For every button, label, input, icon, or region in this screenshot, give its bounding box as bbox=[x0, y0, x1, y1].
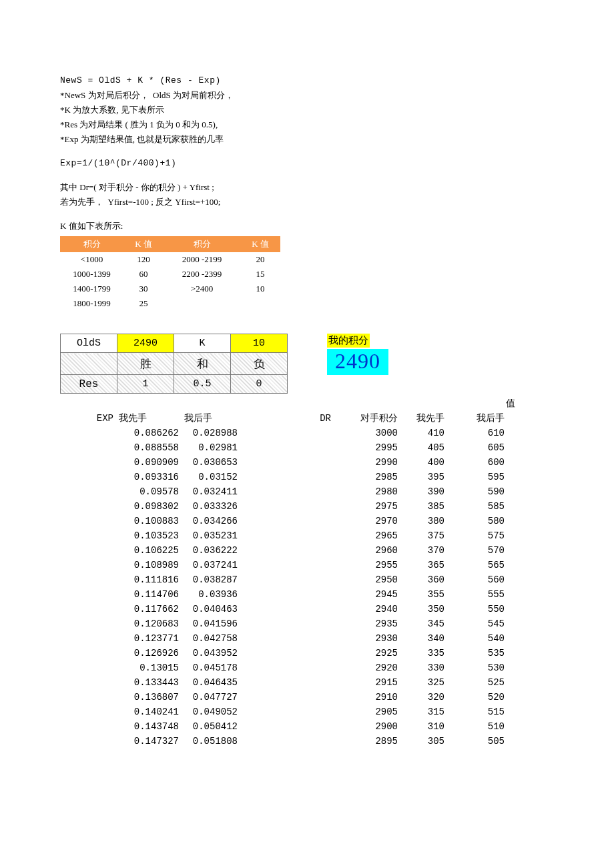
empty-cell bbox=[60, 558, 113, 572]
res-win: 1 bbox=[117, 375, 174, 394]
empty-cell bbox=[60, 719, 113, 734]
exp-first: 0.123771 bbox=[113, 631, 179, 646]
exp-first: 0.133443 bbox=[113, 675, 179, 690]
dfirst-header: 我先手 bbox=[398, 411, 444, 426]
empty-cell bbox=[60, 602, 113, 616]
exp-second: 0.047727 bbox=[179, 690, 238, 705]
k-table-title: K 值如下表所示: bbox=[60, 219, 614, 234]
dr-second: 560 bbox=[444, 572, 515, 587]
k-table-header: K 值 bbox=[123, 236, 164, 252]
dr-first: 325 bbox=[398, 675, 444, 690]
gap-cell bbox=[238, 572, 291, 587]
olds-value: 2490 bbox=[117, 334, 174, 353]
gap-cell bbox=[238, 470, 291, 484]
dr-cell bbox=[291, 675, 331, 690]
dr-first: 330 bbox=[398, 661, 444, 675]
k-table-cell: 120 bbox=[123, 252, 164, 267]
dr-first: 405 bbox=[398, 440, 444, 455]
exp-first: 0.111816 bbox=[113, 572, 179, 587]
opp-score: 2970 bbox=[331, 514, 398, 528]
exp-second: 0.046435 bbox=[179, 675, 238, 690]
dr-first: 365 bbox=[398, 558, 444, 572]
opp-score: 2920 bbox=[331, 661, 398, 675]
res-lose: 0 bbox=[231, 375, 288, 394]
exp-second: 0.049052 bbox=[179, 705, 238, 719]
dr-second: 590 bbox=[444, 484, 515, 499]
exp-first: 0.086262 bbox=[113, 426, 179, 440]
dr-first: 315 bbox=[398, 705, 444, 719]
dr-cell bbox=[291, 646, 331, 661]
empty-cell bbox=[60, 616, 113, 631]
exp-first: 0.126926 bbox=[113, 646, 179, 661]
gap-cell bbox=[238, 426, 291, 440]
data-table: 值 EXP 我先手 我后手 DR 对手积分 我先手 我后手 0.0862620.… bbox=[60, 396, 515, 749]
k-table-cell: 1000-1399 bbox=[60, 267, 123, 282]
exp-first: 0.143748 bbox=[113, 719, 179, 734]
desc-line: *NewS 为对局后积分， OldS 为对局前积分， bbox=[60, 88, 614, 103]
dr-second: 520 bbox=[444, 690, 515, 705]
k-table-cell: 15 bbox=[240, 267, 280, 282]
opp-score: 2955 bbox=[331, 558, 398, 572]
opp-score: 2975 bbox=[331, 499, 398, 514]
dr-first: 345 bbox=[398, 616, 444, 631]
val-header: 值 bbox=[444, 396, 515, 411]
dr-cell bbox=[291, 543, 331, 558]
dr-first: 320 bbox=[398, 690, 444, 705]
dr-cell bbox=[291, 558, 331, 572]
k-label: K bbox=[174, 334, 231, 353]
exp-first: 0.093316 bbox=[113, 470, 179, 484]
exp-second: 0.033326 bbox=[179, 499, 238, 514]
opp-score: 2980 bbox=[331, 484, 398, 499]
empty-cell bbox=[60, 499, 113, 514]
empty-cell bbox=[60, 587, 113, 602]
opp-score: 2950 bbox=[331, 572, 398, 587]
k-table-cell: 1400-1799 bbox=[60, 282, 123, 296]
empty-cell bbox=[60, 734, 113, 749]
gap-cell bbox=[238, 587, 291, 602]
opp-score: 2910 bbox=[331, 690, 398, 705]
empty-cell bbox=[60, 690, 113, 705]
exp-second: 0.051808 bbox=[179, 734, 238, 749]
dr-second: 570 bbox=[444, 543, 515, 558]
empty-cell bbox=[60, 661, 113, 675]
empty-cell bbox=[60, 543, 113, 558]
k-table-cell bbox=[164, 296, 240, 311]
gap-cell bbox=[238, 719, 291, 734]
k-table-cell: <1000 bbox=[60, 252, 123, 267]
k-table-cell: 20 bbox=[240, 252, 280, 267]
dr-second: 555 bbox=[444, 587, 515, 602]
dr-cell bbox=[291, 690, 331, 705]
col-lose: 负 bbox=[231, 353, 288, 375]
dr-cell bbox=[291, 631, 331, 646]
k-table-cell: 60 bbox=[123, 267, 164, 282]
opp-score: 2925 bbox=[331, 646, 398, 661]
exp-first: 0.108989 bbox=[113, 558, 179, 572]
desc-line: *K 为放大系数, 见下表所示 bbox=[60, 103, 614, 117]
gap-cell bbox=[238, 440, 291, 455]
my-score-label: 我的积分 bbox=[327, 334, 370, 348]
res-label: Res bbox=[61, 375, 117, 394]
empty-cell bbox=[60, 426, 113, 440]
k-table-cell: 10 bbox=[240, 282, 280, 296]
gap-cell bbox=[238, 455, 291, 470]
exp-first: 0.136807 bbox=[113, 690, 179, 705]
opp-score: 2900 bbox=[331, 719, 398, 734]
gap-cell bbox=[238, 499, 291, 514]
gap-cell bbox=[238, 602, 291, 616]
dr-cell bbox=[291, 572, 331, 587]
exp-first: 0.090909 bbox=[113, 455, 179, 470]
exp-second: 0.034266 bbox=[179, 514, 238, 528]
opp-score: 2915 bbox=[331, 675, 398, 690]
dr-first: 310 bbox=[398, 719, 444, 734]
empty-cell bbox=[60, 675, 113, 690]
empty-cell bbox=[60, 455, 113, 470]
desc-line: 其中 Dr=( 对手积分 - 你的积分 ) + Yfirst ; bbox=[60, 180, 614, 195]
exp-first: 0.09578 bbox=[113, 484, 179, 499]
dr-cell bbox=[291, 734, 331, 749]
opp-score: 2935 bbox=[331, 616, 398, 631]
dr-first: 360 bbox=[398, 572, 444, 587]
empty-cell bbox=[60, 572, 113, 587]
exp-first: 0.103523 bbox=[113, 528, 179, 543]
gap-cell bbox=[238, 661, 291, 675]
dr-first: 350 bbox=[398, 602, 444, 616]
